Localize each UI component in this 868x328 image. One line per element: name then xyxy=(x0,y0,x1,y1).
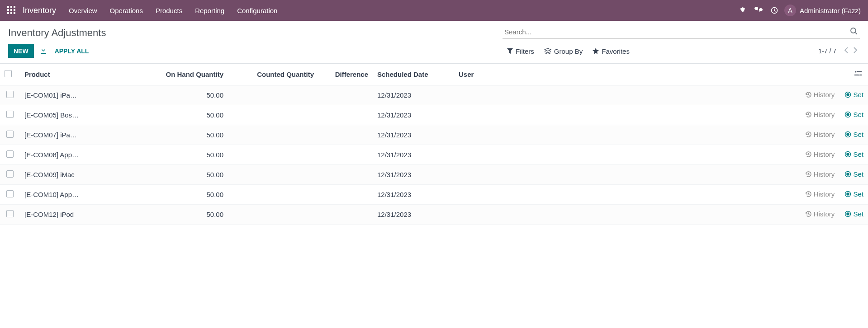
cell-on-hand: 50.00 xyxy=(138,85,228,105)
row-checkbox[interactable] xyxy=(6,190,14,197)
col-user[interactable]: User xyxy=(454,64,522,85)
search-icon[interactable] xyxy=(850,27,858,37)
history-button[interactable]: History xyxy=(805,131,835,138)
cell-product: [E-COM10] App… xyxy=(24,191,79,198)
set-button[interactable]: Set xyxy=(844,131,863,138)
col-product[interactable]: Product xyxy=(20,64,138,85)
cell-counted[interactable] xyxy=(228,165,318,185)
favorites-button[interactable]: Favorites xyxy=(593,47,630,55)
row-checkbox[interactable] xyxy=(6,111,14,118)
cell-product: [E-COM08] App… xyxy=(24,151,79,159)
set-button[interactable]: Set xyxy=(844,111,863,118)
history-button[interactable]: History xyxy=(805,91,835,98)
cell-scheduled[interactable]: 12/31/2023 xyxy=(373,105,454,125)
cell-user[interactable] xyxy=(454,165,522,185)
download-button[interactable] xyxy=(40,47,47,55)
username[interactable]: Administrator (Fazz) xyxy=(800,7,861,14)
cell-counted[interactable] xyxy=(228,85,318,105)
table-row[interactable]: [E-COM12] iPod 50.00 12/31/2023 History … xyxy=(0,205,868,225)
cell-scheduled[interactable]: 12/31/2023 xyxy=(373,185,454,205)
group-by-button[interactable]: Group By xyxy=(544,47,583,55)
app-name[interactable]: Inventory xyxy=(23,6,56,15)
history-button[interactable]: History xyxy=(805,150,835,158)
cell-counted[interactable] xyxy=(228,125,318,145)
clock-icon[interactable] xyxy=(771,7,778,14)
cell-user[interactable] xyxy=(454,145,522,165)
search-input[interactable] xyxy=(503,25,860,39)
pager-text[interactable]: 1-7 / 7 xyxy=(818,47,836,55)
pager-next-icon[interactable] xyxy=(851,47,860,55)
inventory-table: Product On Hand Quantity Counted Quantit… xyxy=(0,64,868,225)
bug-icon[interactable] xyxy=(739,7,746,14)
set-label: Set xyxy=(853,91,863,98)
table-row[interactable]: [E-COM10] App… 50.00 12/31/2023 History … xyxy=(0,185,868,205)
cell-counted[interactable] xyxy=(228,205,318,225)
set-label: Set xyxy=(853,131,863,138)
cell-scheduled[interactable]: 12/31/2023 xyxy=(373,205,454,225)
group-by-label: Group By xyxy=(554,47,583,55)
set-button[interactable]: Set xyxy=(844,210,863,218)
cell-counted[interactable] xyxy=(228,145,318,165)
col-difference[interactable]: Difference xyxy=(318,64,373,85)
history-button[interactable]: History xyxy=(805,111,835,118)
table-row[interactable]: [E-COM07] iPa… 50.00 12/31/2023 History … xyxy=(0,125,868,145)
col-scheduled[interactable]: Scheduled Date xyxy=(373,64,454,85)
avatar-letter: A xyxy=(788,7,792,14)
history-button[interactable]: History xyxy=(805,170,835,178)
menu-reporting[interactable]: Reporting xyxy=(195,7,224,14)
set-button[interactable]: Set xyxy=(844,170,863,178)
history-button[interactable]: History xyxy=(805,210,835,218)
col-counted[interactable]: Counted Quantity xyxy=(228,64,318,85)
history-label: History xyxy=(814,111,835,118)
set-button[interactable]: Set xyxy=(844,190,863,198)
chat-icon[interactable] xyxy=(754,7,763,14)
cell-product: [E-COM01] iPa… xyxy=(24,91,77,99)
row-checkbox[interactable] xyxy=(6,150,14,158)
optional-columns-icon[interactable] xyxy=(854,70,862,78)
cell-scheduled[interactable]: 12/31/2023 xyxy=(373,85,454,105)
row-checkbox[interactable] xyxy=(6,131,14,138)
col-on-hand[interactable]: On Hand Quantity xyxy=(138,64,228,85)
svg-point-22 xyxy=(847,133,849,136)
apps-icon[interactable] xyxy=(7,6,16,15)
cell-counted[interactable] xyxy=(228,105,318,125)
cell-difference xyxy=(318,185,373,205)
table-row[interactable]: [E-COM05] Bos… 50.00 12/31/2023 History … xyxy=(0,105,868,125)
svg-line-11 xyxy=(855,33,857,34)
svg-point-10 xyxy=(851,28,856,33)
history-label: History xyxy=(814,131,835,138)
new-button[interactable]: NEW xyxy=(8,44,34,58)
cell-user[interactable] xyxy=(454,85,522,105)
cell-user[interactable] xyxy=(454,125,522,145)
menu-operations[interactable]: Operations xyxy=(110,7,143,14)
menu-overview[interactable]: Overview xyxy=(69,7,97,14)
cell-user[interactable] xyxy=(454,185,522,205)
row-checkbox[interactable] xyxy=(6,170,14,178)
cell-difference xyxy=(318,125,373,145)
set-label: Set xyxy=(853,170,863,178)
filters-button[interactable]: Filters xyxy=(507,47,534,55)
pager-prev-icon[interactable] xyxy=(842,47,851,55)
avatar[interactable]: A xyxy=(784,5,796,16)
cell-scheduled[interactable]: 12/31/2023 xyxy=(373,145,454,165)
cell-difference xyxy=(318,145,373,165)
menu-configuration[interactable]: Configuration xyxy=(237,7,277,14)
history-button[interactable]: History xyxy=(805,190,835,198)
svg-rect-8 xyxy=(14,12,15,14)
select-all-checkbox[interactable] xyxy=(5,70,12,77)
svg-rect-7 xyxy=(10,12,12,14)
cell-user[interactable] xyxy=(454,105,522,125)
set-button[interactable]: Set xyxy=(844,91,863,98)
table-row[interactable]: [E-COM08] App… 50.00 12/31/2023 History … xyxy=(0,145,868,165)
cell-counted[interactable] xyxy=(228,185,318,205)
cell-user[interactable] xyxy=(454,205,522,225)
apply-all-button[interactable]: APPLY ALL xyxy=(55,47,89,55)
row-checkbox[interactable] xyxy=(6,210,14,217)
cell-scheduled[interactable]: 12/31/2023 xyxy=(373,125,454,145)
row-checkbox[interactable] xyxy=(6,91,14,98)
table-row[interactable]: [E-COM01] iPa… 50.00 12/31/2023 History … xyxy=(0,85,868,105)
set-button[interactable]: Set xyxy=(844,150,863,158)
table-row[interactable]: [E-COM09] iMac 50.00 12/31/2023 History … xyxy=(0,165,868,185)
cell-scheduled[interactable]: 12/31/2023 xyxy=(373,165,454,185)
menu-products[interactable]: Products xyxy=(156,7,182,14)
